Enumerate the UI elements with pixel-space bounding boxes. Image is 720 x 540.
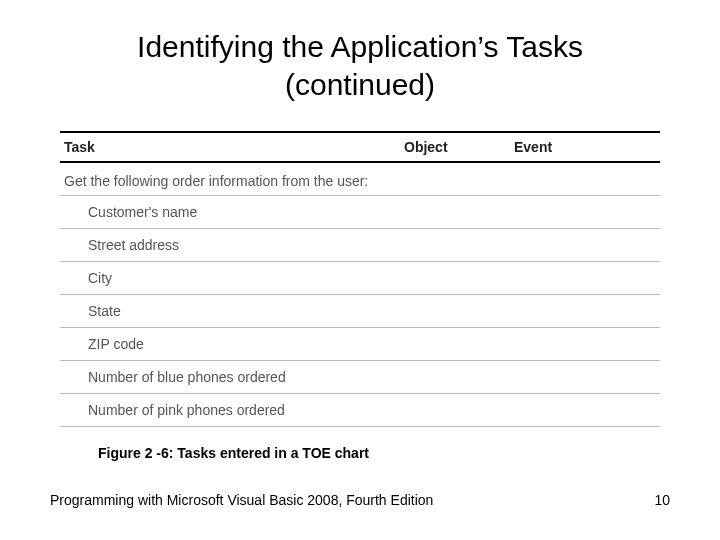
slide: Identifying the Application’s Tasks (con… [0,0,720,540]
figure-caption: Figure 2 -6: Tasks entered in a TOE char… [98,445,670,461]
task-item: Street address [60,228,660,261]
header-event: Event [514,139,656,155]
title-line-1: Identifying the Application’s Tasks [137,30,583,63]
header-task: Task [64,139,404,155]
task-item: Number of blue phones ordered [60,360,660,393]
task-item: Customer's name [60,195,660,228]
task-item: State [60,294,660,327]
toe-chart: Task Object Event Get the following orde… [60,131,660,427]
slide-title: Identifying the Application’s Tasks (con… [50,28,670,103]
page-number: 10 [654,492,670,508]
task-item: ZIP code [60,327,660,360]
task-item: Number of pink phones ordered [60,393,660,427]
header-object: Object [404,139,514,155]
footer-text: Programming with Microsoft Visual Basic … [50,492,433,508]
task-item: City [60,261,660,294]
task-intro: Get the following order information from… [60,163,660,195]
toe-header-row: Task Object Event [60,131,660,163]
title-line-2: (continued) [285,68,435,101]
